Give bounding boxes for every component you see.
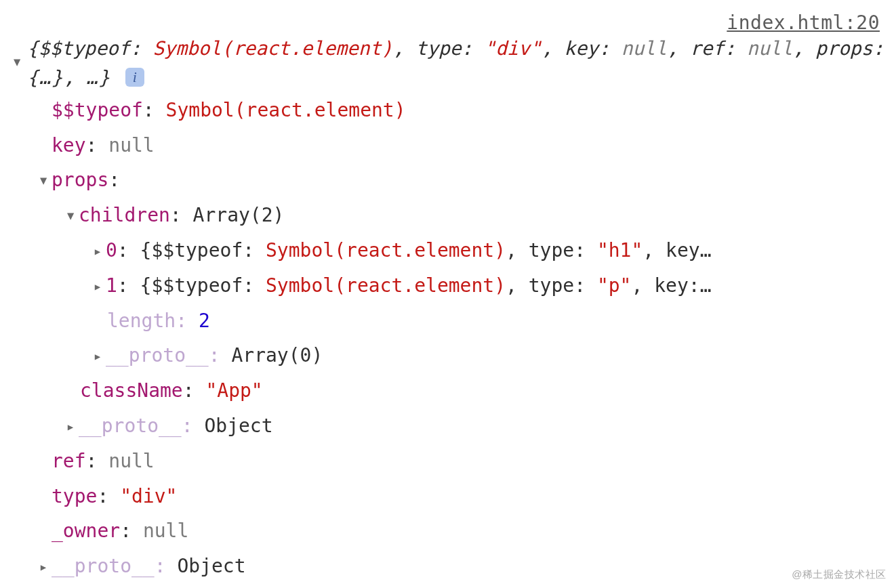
header-typeof-val: Symbol(react.element): [152, 37, 392, 60]
brace-close: }: [98, 66, 110, 89]
root-proto-val: Object: [177, 555, 245, 577]
row-ref[interactable]: ref: null: [7, 444, 889, 479]
row-classname[interactable]: className: "App": [7, 373, 889, 408]
child0-rest: key…: [666, 239, 711, 261]
child1-typeof-key: $$typeof: [151, 274, 243, 297]
expand-arrow-down-icon[interactable]: [35, 166, 52, 196]
type-key: type: [52, 485, 97, 507]
key-val: null: [108, 134, 154, 156]
children-val: Array(2): [193, 204, 285, 226]
expand-arrow-right-icon[interactable]: [89, 341, 106, 371]
header-props-val: {…}: [27, 66, 64, 89]
child0-type-key: type: [529, 239, 574, 261]
child1-index: 1: [106, 274, 117, 297]
object-summary[interactable]: ▼ {$$typeof: Symbol(react.element), type…: [7, 34, 889, 93]
watermark: @稀土掘金技术社区: [792, 565, 887, 584]
ref-val: null: [108, 450, 154, 472]
child1-typeof-val: Symbol(react.element): [266, 274, 506, 297]
row-child-0[interactable]: 0: {$$typeof: Symbol(react.element), typ…: [7, 233, 889, 268]
key-key: key: [52, 134, 86, 156]
row-props-proto[interactable]: __proto__: Object: [7, 408, 889, 444]
expand-arrow-right-icon[interactable]: [89, 272, 106, 301]
child1-rest: key:…: [654, 274, 711, 297]
length-key: length: [107, 310, 176, 332]
row-length[interactable]: length: 2: [7, 303, 889, 339]
brace-open: {: [27, 37, 39, 60]
owner-key: _owner: [52, 520, 120, 542]
header-ref-key: ref: [690, 37, 725, 60]
header-key-key: key: [564, 37, 598, 60]
info-icon[interactable]: i: [125, 68, 144, 87]
child1-type-val: "p": [597, 274, 632, 297]
header-ref-val: null: [747, 37, 792, 60]
props-key: props: [52, 169, 108, 191]
header-type-val: "div": [484, 37, 541, 60]
console-output: ▼ {$$typeof: Symbol(react.element), type…: [7, 34, 889, 584]
child1-type-key: type: [529, 274, 574, 297]
owner-val: null: [143, 520, 188, 542]
header-ellipsis: …: [86, 66, 98, 89]
child0-type-val: "h1": [597, 239, 643, 261]
row-child-1[interactable]: 1: {$$typeof: Symbol(react.element), typ…: [7, 268, 889, 303]
header-typeof-key: $$typeof: [39, 37, 130, 60]
expand-arrow-right-icon[interactable]: [89, 236, 106, 266]
root-proto-key: __proto__: [52, 555, 155, 577]
row-typeof[interactable]: $$typeof: Symbol(react.element): [7, 93, 889, 128]
props-proto-val: Object: [204, 415, 272, 437]
children-proto-key: __proto__: [106, 344, 209, 366]
props-proto-key: __proto__: [79, 415, 182, 437]
classname-val: "App": [205, 379, 262, 402]
header-key-val: null: [622, 37, 667, 60]
children-proto-val: Array(0): [231, 344, 323, 366]
row-props[interactable]: props:: [7, 163, 889, 198]
row-root-proto[interactable]: __proto__: Object: [7, 549, 889, 584]
expand-arrow-right-icon[interactable]: [62, 412, 79, 442]
row-type[interactable]: type: "div": [7, 479, 889, 514]
child0-typeof-val: Symbol(react.element): [266, 239, 506, 261]
row-children-proto[interactable]: __proto__: Array(0): [7, 338, 889, 373]
children-key: children: [79, 204, 170, 226]
row-owner[interactable]: _owner: null: [7, 513, 889, 549]
header-props-key: props: [815, 37, 872, 60]
expand-arrow-down-icon[interactable]: [62, 201, 79, 231]
row-children[interactable]: children: Array(2): [7, 198, 889, 233]
classname-key: className: [80, 379, 183, 402]
typeof-val: Symbol(react.element): [166, 99, 406, 121]
length-val: 2: [199, 310, 210, 332]
row-key[interactable]: key: null: [7, 128, 889, 163]
typeof-key: $$typeof: [52, 99, 143, 121]
expand-arrow-right-icon[interactable]: [35, 552, 52, 582]
expand-arrow-down-icon[interactable]: ▼: [7, 34, 27, 93]
ref-key: ref: [52, 450, 86, 472]
child0-index: 0: [106, 239, 117, 261]
child0-typeof-key: $$typeof: [151, 239, 243, 261]
header-type-key: type: [415, 37, 461, 60]
type-val: "div": [120, 485, 177, 507]
